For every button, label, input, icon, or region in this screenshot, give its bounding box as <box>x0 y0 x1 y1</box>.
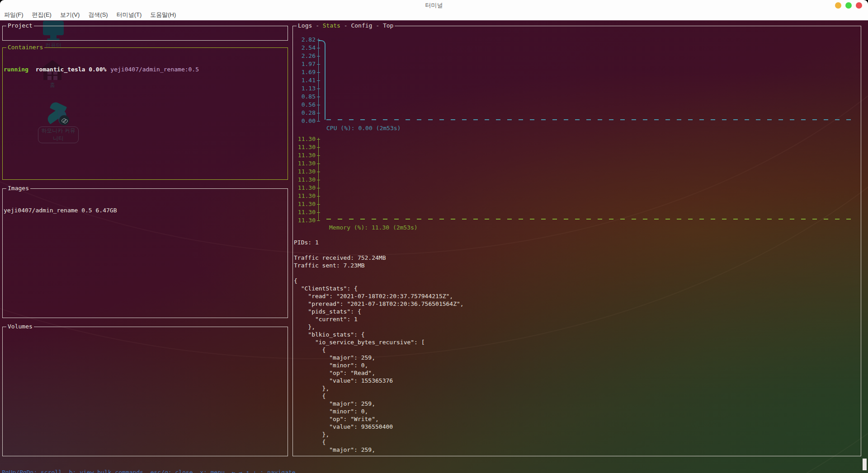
cpu-y-tick-label: 2.82 <box>293 36 316 44</box>
panel-title: Project <box>6 22 34 29</box>
cpu-y-axis: 2.822.542.261.971.691.411.130.850.560.28… <box>293 36 859 125</box>
memory-y-tick-label: 11.30 <box>293 159 316 168</box>
window-titlebar: 터미널 파일(F)편집(E)보기(V)검색(S)터미널(T)도움말(H) <box>0 0 868 20</box>
memory-axis-line <box>318 138 319 221</box>
screen: 터미널 파일(F)편집(E)보기(V)검색(S)터미널(T)도움말(H) 컴퓨터… <box>0 0 868 473</box>
image-row[interactable]: yeji0407/admin_rename 0.5 6.47GB <box>4 206 287 214</box>
cpu-y-tick-label: 1.69 <box>293 68 316 76</box>
terminal-cursor <box>863 459 867 470</box>
memory-chart: 11.3011.3011.3011.3011.3011.3011.3011.30… <box>293 135 859 232</box>
container-stats-text: PIDs: 1 Traffic received: 752.24MB Traff… <box>294 239 464 454</box>
tab-config[interactable]: Config <box>351 22 372 29</box>
memory-y-tick-label: 11.30 <box>293 143 316 151</box>
panel-title: Volumes <box>6 323 34 330</box>
cpu-y-tick-label: 0.00 <box>293 117 316 125</box>
cpu-caption: CPU (%): 0.00 (2m53s) <box>326 125 401 131</box>
memory-series-dashed-line <box>326 219 855 220</box>
containers-panel[interactable]: Containers runningromantic_tesla 0.00%ye… <box>2 44 288 180</box>
tab-logs[interactable]: Logs <box>298 22 312 29</box>
menu-bar: 파일(F)편집(E)보기(V)검색(S)터미널(T)도움말(H) <box>3 10 177 20</box>
project-panel[interactable]: Project yeji <box>2 22 288 41</box>
cpu-series-dashed-line <box>326 119 855 120</box>
minimize-button[interactable] <box>835 2 841 9</box>
cpu-y-tick-label: 1.97 <box>293 60 316 68</box>
panel-title: Containers <box>6 44 44 51</box>
memory-y-tick-label: 11.30 <box>293 192 316 200</box>
memory-y-tick-label: 11.30 <box>293 135 316 143</box>
main-panel: Logs - Stats - Config - Top 2.822.542.26… <box>292 22 861 456</box>
memory-y-axis: 11.3011.3011.3011.3011.3011.3011.3011.30… <box>293 135 859 225</box>
memory-y-tick-label: 11.30 <box>293 168 316 176</box>
cpu-y-tick-label: 1.41 <box>293 76 316 84</box>
memory-caption: Memory (%): 11.30 (2m53s) <box>329 224 418 231</box>
memory-y-tick-label: 11.30 <box>293 151 316 159</box>
cpu-y-tick-label: 1.13 <box>293 84 316 93</box>
main-tabs: Logs - Stats - Config - Top <box>297 22 395 29</box>
memory-y-tick-label: 11.30 <box>293 216 316 225</box>
close-button[interactable] <box>856 2 862 9</box>
memory-y-tick-label: 11.30 <box>293 176 316 184</box>
container-row[interactable]: runningromantic_tesla 0.00%yeji0407/admi… <box>4 66 287 73</box>
tab-top[interactable]: Top <box>383 22 393 29</box>
container-image: yeji0407/admin_rename:0.5 <box>110 66 199 73</box>
menu-item[interactable]: 편집(E) <box>31 11 52 19</box>
menu-item[interactable]: 파일(F) <box>3 11 24 19</box>
cpu-y-tick-label: 0.28 <box>293 109 316 117</box>
panel-title: Images <box>6 185 30 192</box>
cpu-chart: 2.822.542.261.971.691.411.130.850.560.28… <box>293 36 859 133</box>
menu-item[interactable]: 터미널(T) <box>116 11 143 19</box>
memory-y-tick-label: 11.30 <box>293 200 316 208</box>
memory-y-tick-label: 11.30 <box>293 208 316 216</box>
images-panel[interactable]: Images yeji0407/admin_rename 0.5 6.47GB <box>2 185 288 318</box>
menu-item[interactable]: 도움말(H) <box>149 11 177 19</box>
maximize-button[interactable] <box>845 2 852 9</box>
cpu-series-line <box>319 40 326 120</box>
container-status: running <box>4 66 28 73</box>
menu-item[interactable]: 보기(V) <box>59 11 80 19</box>
menu-item[interactable]: 검색(S) <box>87 11 108 19</box>
tab-stats[interactable]: Stats <box>323 22 340 29</box>
cpu-y-tick-label: 0.85 <box>293 93 316 101</box>
cpu-y-tick-label: 2.26 <box>293 52 316 60</box>
keybindings-help: PgUp/PgDn: scroll, b: view bulk commands… <box>2 468 296 473</box>
cpu-y-tick-label: 2.54 <box>293 44 316 52</box>
terminal-viewport: 컴퓨터 홈 하모니카 커뮤니티 Project yeji Containers <box>0 20 868 473</box>
status-bar: PgUp/PgDn: scroll, b: view bulk commands… <box>2 461 866 468</box>
window-title: 터미널 <box>0 1 868 9</box>
cpu-y-tick-label: 0.56 <box>293 101 316 109</box>
window-controls <box>835 2 862 9</box>
container-name-cpu: romantic_tesla 0.00% <box>36 66 107 73</box>
volumes-panel[interactable]: Volumes <box>2 323 288 456</box>
memory-y-tick-label: 11.30 <box>293 184 316 192</box>
